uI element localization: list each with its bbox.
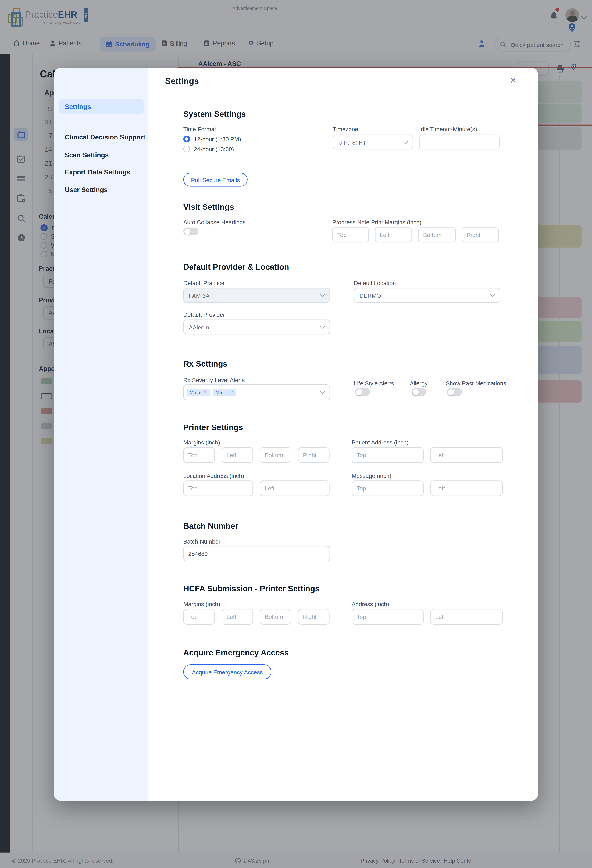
pn-margin-left-input[interactable] (375, 227, 412, 243)
hcfa-margins-label: Margins (inch) (183, 601, 220, 607)
default-location-select[interactable]: DERMO (354, 288, 500, 303)
hcfa-margin-top-input[interactable] (183, 609, 215, 624)
rx-severity-multiselect[interactable]: Major✕ Minor✕ (183, 384, 330, 400)
default-provider-label: Default Provider (183, 311, 225, 318)
severity-tag-major[interactable]: Major✕ (186, 388, 210, 396)
time-format-label: Time Format (183, 125, 216, 132)
emergency-access-heading: Acquire Emergency Access (183, 648, 289, 657)
time-format-12h-radio[interactable]: 12-hour (1:30 PM) (183, 136, 241, 142)
hcfa-heading: HCFA Submission - Printer Settings (183, 584, 319, 593)
hcfa-address-left-input[interactable] (430, 609, 503, 624)
location-address-top-input[interactable] (183, 480, 253, 496)
severity-tag-minor[interactable]: Minor✕ (213, 388, 236, 396)
sidebar-item-export-data-settings[interactable]: Export Data Settings (65, 168, 130, 176)
sidebar-item-label: Clinical Decision Support (65, 133, 145, 141)
default-practice-select[interactable]: FAM 3A (183, 288, 330, 303)
location-address-label: Location Address (inch) (183, 472, 244, 479)
printer-margin-bottom-input[interactable] (260, 447, 291, 463)
rx-settings-heading: Rx Settings (183, 359, 227, 368)
printer-margins-label: Margins (inch) (183, 439, 220, 446)
batch-number-label: Batch Number (183, 538, 220, 545)
message-top-input[interactable] (351, 480, 424, 496)
chevron-down-icon (403, 138, 408, 143)
location-address-left-input[interactable] (260, 480, 329, 496)
hcfa-margin-bottom-input[interactable] (260, 609, 291, 624)
batch-number-heading: Batch Number (183, 521, 238, 530)
message-left-input[interactable] (430, 480, 503, 496)
sidebar-item-clinical-decision-support[interactable]: Clinical Decision Support (65, 133, 145, 141)
chevron-down-icon (320, 388, 325, 394)
message-label: Message (inch) (351, 472, 391, 479)
printer-margin-top-input[interactable] (183, 447, 215, 463)
lifestyle-alerts-toggle[interactable] (355, 388, 370, 396)
sidebar-item-label: Export Data Settings (65, 168, 130, 176)
hcfa-margin-right-input[interactable] (298, 609, 329, 624)
auto-collapse-toggle[interactable] (183, 227, 198, 235)
chevron-down-icon (320, 292, 325, 297)
radio-icon (183, 146, 190, 152)
rx-severity-label: Rx Severity Level Alerts (183, 376, 245, 383)
batch-number-input[interactable] (183, 546, 330, 561)
close-icon[interactable]: ✕ (510, 77, 516, 85)
patient-address-top-input[interactable] (351, 447, 424, 463)
radio-selected-icon (183, 136, 190, 142)
remove-tag-icon[interactable]: ✕ (230, 390, 233, 395)
pn-margin-right-input[interactable] (462, 227, 499, 243)
lifestyle-alerts-label: Life Style Alerts (354, 380, 394, 387)
settings-modal: Settings Clinical Decision Support Scan … (54, 68, 537, 801)
remove-tag-icon[interactable]: ✕ (204, 390, 207, 395)
default-location-label: Default Location (354, 280, 396, 286)
patient-address-left-input[interactable] (430, 447, 503, 463)
sidebar-item-label: User Settings (65, 186, 108, 194)
sidebar-item-user-settings[interactable]: User Settings (65, 186, 108, 194)
sidebar-item-label: Scan Settings (65, 151, 109, 159)
system-settings-heading: System Settings (183, 109, 246, 118)
hcfa-address-top-input[interactable] (351, 609, 424, 624)
hcfa-margin-left-input[interactable] (221, 609, 253, 624)
idle-timeout-label: Idle Timeout-Minute(s) (419, 125, 477, 132)
screen: Advertisement Space PracticeEHR Pro Simp… (0, 0, 592, 868)
past-medications-toggle[interactable] (447, 388, 462, 396)
chevron-down-icon (490, 292, 495, 297)
printer-settings-heading: Printer Settings (183, 423, 243, 432)
chevron-down-icon (320, 323, 325, 328)
allergy-label: Allergy (410, 380, 428, 387)
time-format-24h-radio[interactable]: 24-hour (13:30) (183, 146, 234, 152)
pn-margin-top-input[interactable] (332, 227, 369, 243)
past-medications-label: Show Past Medications (446, 380, 506, 387)
timezone-label: Timezone (333, 125, 358, 132)
default-practice-label: Default Practice (183, 280, 224, 286)
printer-margin-right-input[interactable] (298, 447, 329, 463)
sidebar-item-label: Settings (65, 103, 91, 111)
defaults-heading: Default Provider & Location (183, 262, 289, 271)
pn-margin-bottom-input[interactable] (418, 227, 456, 243)
sidebar-item-scan-settings[interactable]: Scan Settings (65, 151, 109, 159)
timezone-select[interactable]: UTC-8: PT (333, 134, 413, 150)
pull-secure-emails-button[interactable]: Pull Secure Emails (183, 173, 247, 186)
visit-settings-heading: Visit Settings (183, 202, 234, 211)
idle-timeout-input[interactable] (419, 134, 499, 150)
default-provider-select[interactable]: AAleem (183, 319, 330, 335)
sidebar-item-settings[interactable]: Settings (59, 99, 144, 114)
acquire-emergency-access-button[interactable]: Acquire Emergency Access (183, 664, 271, 679)
auto-collapse-label: Auto Collapse Headings (183, 218, 246, 225)
patient-address-label: Patient Address (inch) (351, 439, 408, 446)
modal-sidebar: Settings Clinical Decision Support Scan … (54, 68, 148, 801)
progress-note-margins-label: Progress Note Print Margins (inch) (332, 218, 421, 225)
modal-title: Settings (165, 77, 199, 86)
printer-margin-left-input[interactable] (221, 447, 253, 463)
hcfa-address-label: Address (inch) (351, 601, 389, 607)
allergy-toggle[interactable] (411, 388, 427, 396)
